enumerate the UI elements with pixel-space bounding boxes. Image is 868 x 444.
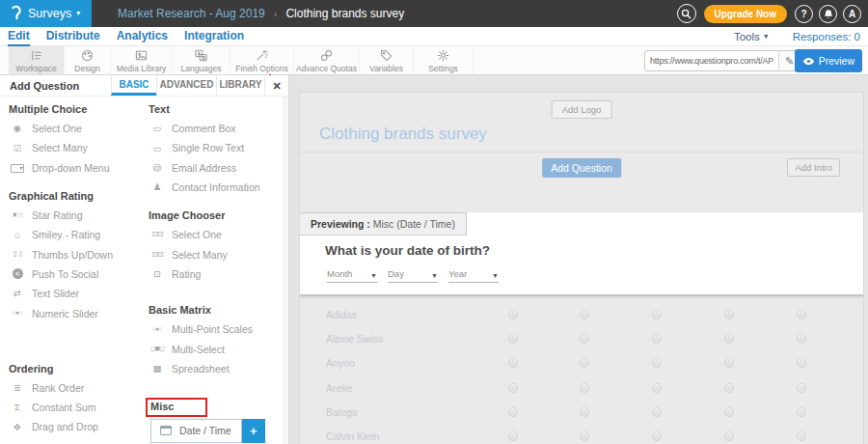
share-url-input[interactable] (645, 51, 778, 70)
radio-button[interactable] (508, 334, 518, 344)
question-type-constant-sum[interactable]: ΣConstant Sum (0, 398, 140, 417)
nav-tab-distribute[interactable]: Distribute (46, 27, 100, 46)
radio-button[interactable] (724, 407, 734, 417)
radio-button[interactable] (580, 334, 589, 344)
question-type-email-address[interactable]: @Email Address (140, 158, 285, 178)
responses-count[interactable]: Responses: 0 (793, 31, 860, 42)
year-select[interactable]: Year▼ (448, 268, 499, 283)
nav-tab-analytics[interactable]: Analytics (117, 27, 168, 46)
radio-button[interactable] (508, 358, 518, 368)
question-type-single-row-text[interactable]: ▭Single Row Text (140, 138, 285, 157)
question-type-comment-box[interactable]: ▭Comment Box (140, 119, 285, 138)
radio-button[interactable] (652, 431, 662, 441)
radio-button[interactable] (580, 358, 589, 368)
radio-button[interactable] (724, 431, 734, 441)
radio-button[interactable] (580, 431, 589, 441)
toolbar-item-media-library[interactable]: Media Library (111, 46, 173, 74)
radio-button[interactable] (580, 310, 589, 319)
nav-tab-integration[interactable]: Integration (184, 27, 244, 46)
preview-button[interactable]: Preview (795, 49, 862, 72)
question-type-smiley-rating[interactable]: ☺Smiley - Rating (0, 225, 140, 244)
avatar[interactable]: A (843, 5, 861, 23)
question-type-date-time[interactable]: Date / Time (150, 419, 242, 443)
brand-label: Balega (326, 406, 358, 418)
month-select[interactable]: Month▼ (327, 268, 377, 283)
radio-button[interactable] (508, 310, 518, 319)
question-type-star-rating[interactable]: ★☆Star Rating (0, 206, 140, 225)
question-type-text-slider[interactable]: ⇄Text Slider (0, 284, 140, 303)
question-type-numeric-slider[interactable]: ○●○Numeric Slider (0, 303, 140, 322)
question-type-rank-order[interactable]: ≣Rank Order (0, 378, 140, 398)
radio-button[interactable] (797, 358, 806, 368)
radio-button[interactable] (652, 407, 662, 417)
radio-button[interactable] (652, 334, 662, 344)
question-type-push-to-social[interactable]: <Push To Social (0, 264, 140, 284)
radio-button[interactable] (797, 407, 806, 417)
radio-button[interactable] (797, 310, 806, 319)
radio-button[interactable] (724, 310, 734, 319)
question-type-rating[interactable]: ⊡Rating (140, 264, 285, 284)
radio-button[interactable] (508, 407, 518, 417)
image-select-many-icon: ⊡⊡ (149, 251, 165, 259)
toolbar-item-finish-options[interactable]: Finish Options (231, 46, 294, 74)
panel-scrollbar[interactable] (283, 97, 287, 444)
add-date-time-button[interactable]: + (242, 419, 265, 443)
breadcrumb-folder[interactable]: Market Research - Aug 2019 (118, 7, 265, 20)
radio-button[interactable] (724, 334, 734, 344)
radio-button[interactable] (797, 383, 806, 393)
radio-button[interactable] (724, 383, 734, 393)
question-type-select-many[interactable]: ⊡⊡Select Many (140, 244, 285, 264)
panel-tab-advanced[interactable]: ADVANCED (156, 75, 216, 96)
radio-button[interactable] (580, 407, 589, 417)
panel-tab-library[interactable]: LIBRARY (216, 75, 264, 96)
radio-button[interactable] (508, 383, 518, 393)
add-question-button[interactable]: Add Question (542, 158, 621, 178)
surveys-menu[interactable]: Surveys ▾ (0, 0, 92, 27)
add-intro-button[interactable]: Add Intro (787, 158, 840, 177)
brand-matrix: AdidasAlpine SwissAnyooArekeBalegaCalvin… (300, 302, 863, 444)
search-button[interactable] (677, 4, 696, 23)
radio-button[interactable] (508, 431, 518, 441)
preview-tab: Previewing : Misc (Date / Time) (299, 212, 467, 236)
toolbar-item-settings[interactable]: Settings (414, 46, 474, 74)
radio-button[interactable] (652, 310, 662, 319)
panel-close-button[interactable]: ✕ (264, 75, 288, 96)
question-type-label: Select One (32, 123, 82, 134)
question-type-select-one[interactable]: ◉Select One (0, 119, 140, 138)
radio-button[interactable] (724, 358, 734, 368)
question-type-spreadsheet[interactable]: ▦Spreadsheet (140, 359, 285, 378)
toolbar-item-languages[interactable]: Languages (173, 46, 231, 74)
radio-button[interactable] (797, 334, 806, 344)
upgrade-now-button[interactable]: Upgrade Now (704, 5, 787, 23)
toolbar-item-workspace[interactable]: Workspace (9, 46, 65, 74)
spreadsheet-icon: ▦ (149, 364, 165, 374)
survey-title[interactable]: Clothing brands survey (319, 125, 487, 144)
question-type-label: Date / Time (179, 425, 231, 436)
table-row: Alpine Swiss (300, 326, 863, 350)
question-type-select-one[interactable]: ⊡⊡Select One (140, 225, 285, 244)
notifications-button[interactable] (819, 5, 837, 23)
toolbar-item-design[interactable]: Design (65, 46, 111, 74)
question-type-thumbs-up-down[interactable]: ⇧⇩Thumbs Up/Down (0, 244, 140, 264)
question-type-drop-down-menu[interactable]: ▾Drop-down Menu (0, 158, 140, 178)
question-type-multi-point-scales[interactable]: ○●○Multi-Point Scales (140, 319, 285, 339)
question-type-drag-and-drop[interactable]: ✥Drag and Drop (0, 417, 140, 436)
radio-button[interactable] (652, 358, 662, 368)
help-button[interactable]: ? (795, 5, 813, 23)
survey-header: Add Logo Clothing brands survey (300, 93, 863, 153)
panel-tab-basic[interactable]: BASIC (111, 75, 156, 96)
toolbar-item-advance-quotas[interactable]: Advance Quotas (294, 46, 360, 74)
radio-button[interactable] (797, 431, 806, 441)
brand-label: Adidas (326, 309, 357, 320)
day-select[interactable]: Day▼ (388, 268, 438, 283)
question-type-select-many[interactable]: ☑Select Many (0, 138, 140, 157)
nav-tab-edit[interactable]: Edit (8, 27, 30, 46)
toolbar-item-variables[interactable]: Variables (360, 46, 414, 74)
radio-button[interactable] (580, 383, 589, 393)
add-logo-button[interactable]: Add Logo (552, 100, 612, 119)
tools-menu[interactable]: Tools▼ (734, 31, 770, 42)
radio-button[interactable] (652, 383, 662, 393)
variables-icon (379, 48, 393, 63)
question-type-contact-information[interactable]: ♟Contact Information (140, 178, 285, 197)
question-type-multi-select[interactable]: ◻◼◻Multi-Select (140, 339, 285, 358)
